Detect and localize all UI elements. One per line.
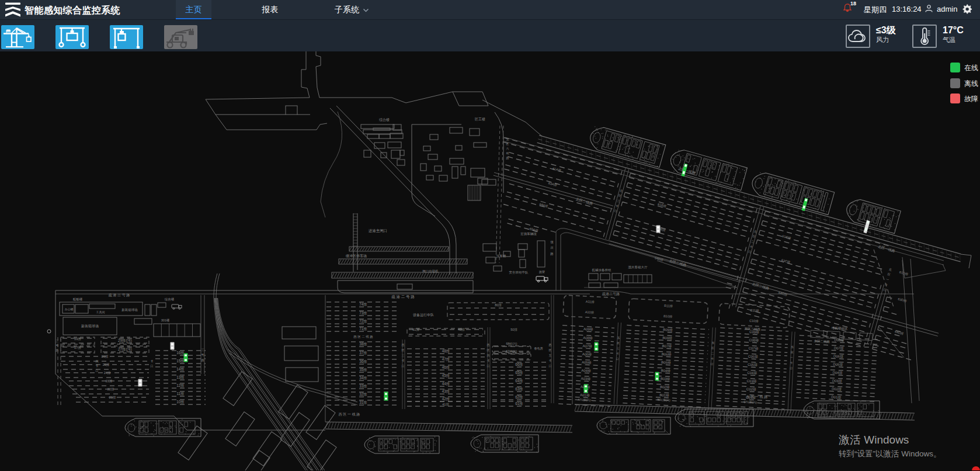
svg-text:宏旗车辆段: 宏旗车辆段	[520, 232, 537, 236]
svg-text:A09排: A09排	[583, 327, 593, 331]
svg-text:卡: 卡	[616, 352, 619, 355]
svg-text:故障: 故障	[964, 95, 978, 103]
svg-text:B11排: B11排	[664, 304, 673, 308]
svg-text:闸口自助机: 闸口自助机	[422, 269, 439, 273]
svg-text:三: 三	[617, 347, 620, 350]
svg-text:24排: 24排	[104, 371, 111, 375]
svg-text:C08排: C08排	[749, 338, 759, 342]
svg-text:路: 路	[550, 252, 554, 255]
svg-text:80排: 80排	[495, 303, 502, 307]
svg-text:D04排: D04排	[832, 370, 842, 375]
svg-text:卡: 卡	[487, 359, 490, 362]
svg-text:C10排: C10排	[749, 319, 759, 323]
svg-text:口: 口	[151, 364, 154, 368]
svg-text:42排: 42排	[442, 397, 450, 401]
svg-text:12排: 12排	[176, 383, 185, 387]
svg-text:63排: 63排	[515, 387, 523, 391]
svg-text:三: 三	[56, 339, 59, 342]
svg-text:北区一线路: 北区一线路	[877, 244, 895, 254]
svg-text:15排: 15排	[176, 359, 185, 363]
svg-text:A03排: A03排	[581, 377, 590, 381]
svg-text:口: 口	[616, 358, 619, 361]
svg-text:63D排: 63D排	[898, 297, 908, 303]
svg-text:区: 区	[887, 272, 891, 276]
svg-text:21排: 21排	[109, 396, 116, 399]
svg-text:洗车槽: 洗车槽	[496, 254, 506, 258]
svg-text:D06排: D06排	[833, 354, 843, 358]
svg-text:进港主闸口: 进港主闸口	[369, 228, 388, 233]
svg-text:口: 口	[614, 209, 618, 213]
svg-text:72排: 72排	[359, 319, 367, 323]
svg-text:10排: 10排	[176, 400, 185, 404]
svg-text:六: 六	[506, 147, 509, 150]
svg-text:四: 四	[96, 359, 99, 363]
svg-text:C03排: C03排	[746, 379, 756, 383]
svg-text:45排: 45排	[442, 373, 450, 378]
svg-text:口: 口	[487, 364, 490, 368]
svg-text:卡: 卡	[402, 359, 405, 362]
svg-text:67排(污): 67排(污)	[506, 349, 517, 354]
svg-text:64A排: 64A排	[539, 202, 549, 208]
svg-text:区: 区	[402, 348, 405, 352]
svg-text:B01排: B01排	[659, 393, 669, 397]
svg-text:春电房: 春电房	[534, 347, 543, 350]
svg-text:西 区 一 线 路: 西 区 一 线 路	[339, 412, 360, 417]
svg-text:转到“设置”以激活 Windows。: 转到“设置”以激活 Windows。	[839, 449, 941, 458]
svg-text:区: 区	[752, 234, 756, 238]
svg-text:11排: 11排	[177, 392, 185, 396]
svg-text:办公楼: 办公楼	[65, 307, 74, 311]
svg-text:D03排: D03排	[832, 379, 842, 383]
svg-text:61排: 61排	[515, 401, 523, 406]
svg-text:74排: 74排	[359, 302, 367, 306]
svg-text:卡: 卡	[790, 361, 793, 364]
svg-text:68排(污): 68排(污)	[506, 342, 517, 346]
svg-text:48排: 48排	[442, 349, 450, 353]
svg-text:46排: 46排	[442, 365, 450, 369]
svg-text:卡: 卡	[711, 356, 714, 360]
svg-text:船舶楼: 船舶楼	[73, 297, 83, 302]
svg-text:B06排: B06排	[662, 352, 672, 356]
svg-text:B03排: B03排	[661, 377, 670, 381]
svg-text:B10排: B10排	[663, 314, 673, 318]
svg-text:渤天客箱大厅: 渤天客箱大厅	[628, 265, 648, 269]
svg-text:北区一线路: 北区一线路	[678, 166, 696, 175]
svg-text:口: 口	[882, 288, 887, 292]
svg-text:东: 东	[791, 345, 794, 348]
svg-text:D01排: D01排	[831, 395, 841, 399]
svg-text:卡: 卡	[96, 364, 99, 368]
svg-text:22排: 22排	[107, 387, 114, 391]
svg-text:62排: 62排	[515, 395, 523, 399]
svg-text:A04排: A04排	[581, 369, 591, 373]
svg-text:疏 港 二 号 路: 疏 港 二 号 路	[391, 295, 415, 299]
svg-text:C07排: C07排	[748, 347, 758, 351]
svg-text:工具间: 工具间	[96, 310, 105, 314]
svg-text:73排: 73排	[359, 311, 367, 315]
svg-text:设备运行中队: 设备运行中队	[413, 313, 434, 317]
svg-text:一: 一	[885, 278, 889, 282]
svg-text:D05排: D05排	[833, 362, 843, 366]
svg-text:13排: 13排	[176, 375, 185, 379]
svg-text:B08排: B08排	[662, 336, 672, 340]
svg-text:区: 区	[617, 342, 620, 345]
svg-text:激活 Windows: 激活 Windows	[839, 434, 909, 446]
svg-text:63C排: 63C排	[781, 258, 791, 264]
svg-text:301楼: 301楼	[161, 318, 170, 322]
svg-text:43排: 43排	[442, 389, 450, 393]
svg-text:匠工楼: 匠工楼	[475, 117, 485, 121]
svg-text:41排: 41排	[442, 403, 449, 406]
svg-text:61C排: 61C排	[782, 234, 792, 240]
svg-text:缓冲区停车场: 缓冲区停车场	[346, 254, 367, 258]
svg-text:44排: 44排	[442, 382, 450, 386]
svg-text:C01排(污): C01排(污)	[743, 400, 757, 404]
svg-text:C09排: C09排	[749, 330, 759, 334]
svg-text:D07排: D07排	[834, 346, 844, 350]
svg-text:疏港二号路: 疏港二号路	[602, 292, 620, 296]
svg-text:张: 张	[550, 240, 554, 244]
svg-text:B02排: B02排	[660, 385, 670, 389]
svg-text:三: 三	[402, 354, 405, 357]
svg-text:61A排: 61A排	[552, 167, 562, 172]
svg-text:号: 号	[201, 353, 204, 356]
svg-text:C01排: C01排	[746, 396, 756, 400]
svg-text:A07排: A07排	[582, 344, 592, 348]
svg-text:口: 口	[711, 362, 714, 365]
